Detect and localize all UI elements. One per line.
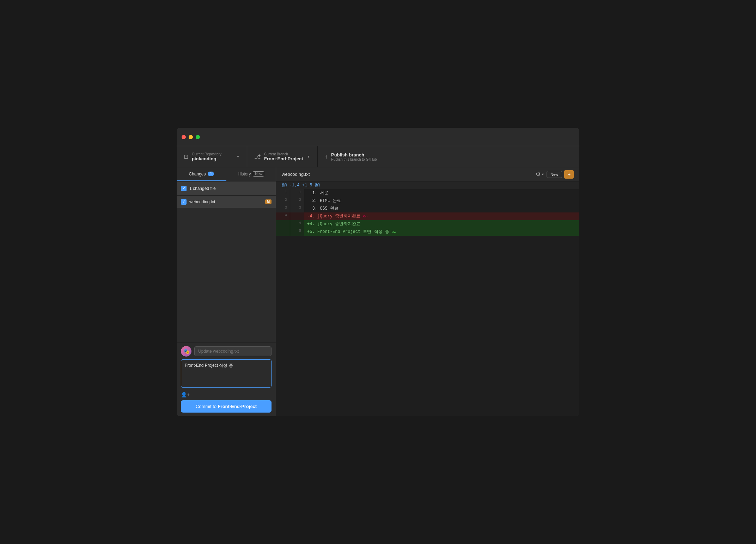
commit-button-prefix: Commit to — [196, 404, 218, 409]
new-button[interactable]: New — [547, 171, 562, 178]
commit-button-branch: Front-End-Project — [218, 404, 257, 409]
old-line-num-empty — [276, 228, 290, 236]
old-line-num: 4 — [276, 212, 290, 220]
avatar: 🎭 — [181, 346, 191, 357]
new-line-num: 2 — [290, 197, 304, 205]
line-code: 1. 서문 — [304, 189, 579, 197]
publish-text: Publish branch Publish this branch to Gi… — [331, 152, 377, 161]
plus-button[interactable]: ＋ — [564, 170, 574, 179]
line-code: 3. CSS 완료 — [304, 205, 579, 212]
new-line-num: 3 — [290, 205, 304, 212]
history-badge: New — [253, 171, 264, 177]
publish-subtitle: Publish this branch to GitHub — [331, 157, 377, 161]
new-line-num-empty — [290, 212, 304, 220]
line-code: +5. Front-End Project 초반 작성 중 ⊘↵ — [304, 228, 579, 236]
new-line-num: 4 — [290, 220, 304, 228]
settings-icon: ⚙ — [536, 171, 541, 178]
changed-files-label: 1 changed file — [189, 186, 216, 191]
commit-button[interactable]: Commit to Front-End-Project — [181, 400, 272, 413]
branch-selector[interactable]: ⎇ Current Branch Front-End-Project ▼ — [247, 146, 318, 167]
coauthor-icon: 👤+ — [181, 392, 190, 397]
title-bar — [177, 128, 579, 146]
diff-panel: webcoding.txt ⚙ ▼ New ＋ @@ -1,4 +1,5 @@ — [276, 167, 579, 416]
old-line-num: 1 — [276, 189, 290, 197]
tab-changes-label: Changes — [189, 172, 206, 177]
changes-badge: 1 — [208, 172, 214, 176]
repository-dropdown-arrow: ▼ — [236, 155, 240, 159]
branch-label: Current Branch — [264, 152, 303, 156]
repository-icon: ⊡ — [184, 153, 188, 160]
repository-name: pinkcoding — [192, 156, 221, 161]
publish-icon: ↑ — [325, 154, 328, 160]
new-line-num: 1 — [290, 189, 304, 197]
sidebar: Changes 1 History New 1 changed file web… — [177, 167, 276, 416]
line-code: -4. jQuery 중반까지완료 ⊘↵ — [304, 212, 579, 220]
diff-actions: ⚙ ▼ New ＋ — [536, 170, 574, 179]
changed-files-header: 1 changed file — [177, 181, 276, 196]
commit-footer: 👤+ — [181, 392, 272, 397]
minimize-button[interactable] — [189, 135, 193, 139]
file-status-badge: M — [265, 199, 272, 204]
old-line-num: 3 — [276, 205, 290, 212]
publish-section[interactable]: ↑ Publish branch Publish this branch to … — [318, 146, 579, 167]
close-button[interactable] — [182, 135, 186, 139]
old-line-num-empty — [276, 220, 290, 228]
settings-dropdown-arrow: ▼ — [541, 173, 544, 176]
branch-icon: ⎇ — [254, 153, 261, 160]
diff-header: webcoding.txt ⚙ ▼ New ＋ — [276, 167, 579, 181]
commit-title-input[interactable] — [194, 346, 272, 356]
commit-input-row: 🎭 — [181, 346, 272, 357]
app-window: ⊡ Current Repository pinkcoding ▼ ⎇ Curr… — [176, 128, 580, 416]
diff-line-removed: 4 -4. jQuery 중반까지완료 ⊘↵ — [276, 212, 579, 220]
sidebar-tabs: Changes 1 History New — [177, 167, 276, 181]
diff-content: @@ -1,4 +1,5 @@ 1 1 1. 서문 2 2 2. HTML 완료… — [276, 181, 579, 416]
settings-button[interactable]: ⚙ ▼ — [536, 171, 544, 178]
commit-area: 🎭 Front-End Project 작성 중 👤+ Commit to Fr… — [177, 342, 276, 416]
diff-line-added: 5 +5. Front-End Project 초반 작성 중 ⊘↵ — [276, 228, 579, 236]
diff-line-added: 4 +4. jQuery 중반까지완료 — [276, 220, 579, 228]
diff-line: 3 3 3. CSS 완료 — [276, 205, 579, 212]
repository-text: Current Repository pinkcoding — [192, 152, 221, 161]
tab-history[interactable]: History New — [226, 167, 276, 181]
select-all-checkbox[interactable] — [181, 186, 187, 191]
file-checkbox[interactable] — [181, 199, 187, 205]
repository-selector[interactable]: ⊡ Current Repository pinkcoding ▼ — [177, 146, 247, 167]
line-code: 2. HTML 완료 — [304, 197, 579, 205]
tab-changes[interactable]: Changes 1 — [177, 167, 226, 181]
file-list: webcoding.txt M — [177, 196, 276, 342]
branch-name: Front-End-Project — [264, 156, 303, 161]
top-bar: ⊡ Current Repository pinkcoding ▼ ⎇ Curr… — [177, 146, 579, 167]
diff-hunk-header: @@ -1,4 +1,5 @@ — [276, 181, 579, 189]
file-item[interactable]: webcoding.txt M — [177, 196, 276, 208]
file-name: webcoding.txt — [189, 199, 262, 204]
branch-text: Current Branch Front-End-Project — [264, 152, 303, 161]
diff-line: 2 2 2. HTML 완료 — [276, 197, 579, 205]
maximize-button[interactable] — [196, 135, 200, 139]
branch-dropdown-arrow: ▼ — [307, 155, 310, 159]
add-coauthor-button[interactable]: 👤+ — [181, 392, 190, 397]
diff-line: 1 1 1. 서문 — [276, 189, 579, 197]
diff-filename: webcoding.txt — [282, 172, 310, 177]
old-line-num: 2 — [276, 197, 290, 205]
line-code: +4. jQuery 중반까지완료 — [304, 220, 579, 228]
tab-history-label: History — [238, 172, 251, 177]
main-content: Changes 1 History New 1 changed file web… — [177, 167, 579, 416]
new-line-num: 5 — [290, 228, 304, 236]
repository-label: Current Repository — [192, 152, 221, 156]
commit-description-textarea[interactable]: Front-End Project 작성 중 — [181, 359, 272, 388]
publish-title: Publish branch — [331, 152, 377, 157]
